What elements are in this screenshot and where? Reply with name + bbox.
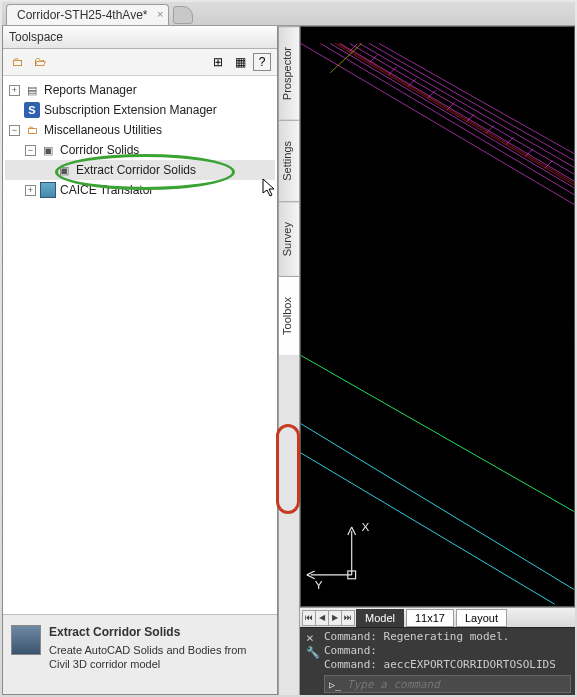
tab-prospector[interactable]: Prospector [279, 26, 299, 120]
cube-icon: ▣ [40, 142, 56, 158]
nav-prev-icon[interactable]: ◀ [315, 610, 329, 626]
layout-tabs-bar: ⏮ ◀ ▶ ⏭ Model 11x17 Layout [300, 607, 575, 627]
new-tab-button[interactable] [173, 6, 193, 24]
toolspace-toolbar: 🗀 🗁 ⊞ ▦ ? [3, 49, 277, 76]
svg-text:X: X [361, 520, 369, 533]
document-tab-bar: Corridor-STH25-4thAve* × [2, 2, 575, 26]
nav-next-icon[interactable]: ▶ [328, 610, 342, 626]
svg-line-5 [360, 44, 575, 168]
svg-text:Y: Y [315, 578, 323, 591]
tree-view-icon[interactable]: ⊞ [209, 53, 227, 71]
svg-line-1 [330, 44, 574, 188]
svg-line-11 [389, 67, 397, 75]
tab-settings[interactable]: Settings [279, 120, 299, 201]
toolspace-description: Extract Corridor Solids Create AutoCAD S… [3, 614, 277, 694]
nav-first-icon[interactable]: ⏮ [302, 610, 316, 626]
document-tab[interactable]: Corridor-STH25-4thAve* × [6, 4, 169, 25]
tree-node-caice[interactable]: + CAICE Translator [5, 180, 275, 200]
command-line-area: × 🔧 Command: Regenerating model. Command… [300, 627, 575, 695]
prompt-icon: ▷_ [329, 679, 341, 690]
svg-line-23 [301, 424, 574, 590]
tree-label: Subscription Extension Manager [44, 103, 217, 117]
expander-icon[interactable]: + [25, 185, 36, 196]
svg-line-7 [379, 44, 574, 154]
help-icon[interactable]: ? [253, 53, 271, 71]
tab-toolbox[interactable]: Toolbox [279, 276, 299, 355]
footer-title: Extract Corridor Solids [49, 625, 269, 641]
command-history-line: Command: aeccEXPORTCORRIDORTOSOLIDS [324, 658, 571, 672]
tree-label: Miscellaneous Utilities [44, 123, 162, 137]
svg-line-24 [301, 453, 555, 604]
tree-node-misc[interactable]: − 🗀 Miscellaneous Utilities [5, 120, 275, 140]
tab-survey[interactable]: Survey [279, 201, 299, 276]
toolspace-tree: + ▤ Reports Manager S Subscription Exten… [3, 76, 277, 614]
svg-line-3 [350, 44, 574, 175]
toolspace-panel: Toolspace 🗀 🗁 ⊞ ▦ ? + ▤ Reports Manager [2, 26, 278, 695]
svg-line-2 [340, 44, 574, 181]
svg-line-30 [307, 571, 315, 575]
folder-open-icon[interactable]: 🗁 [31, 53, 49, 71]
command-input[interactable] [347, 678, 566, 691]
toolbox-folder-icon: 🗀 [24, 122, 40, 138]
layout-tab-11x17[interactable]: 11x17 [406, 609, 454, 627]
model-viewport[interactable]: X Y [300, 26, 575, 607]
expander-icon[interactable]: − [9, 125, 20, 136]
tree-node-extract[interactable]: ▣ Extract Corridor Solids [5, 160, 275, 180]
extract-solids-icon [11, 625, 41, 655]
svg-line-0 [321, 44, 575, 195]
close-tab-icon[interactable]: × [157, 8, 163, 20]
layout-tab-layout[interactable]: Layout [456, 609, 507, 627]
tree-label: Reports Manager [44, 83, 137, 97]
caice-icon [40, 182, 56, 198]
svg-line-31 [307, 575, 315, 579]
extract-icon: ▣ [56, 162, 72, 178]
tree-node-reports[interactable]: + ▤ Reports Manager [5, 80, 275, 100]
svg-line-21 [338, 44, 574, 183]
expander-icon[interactable]: − [25, 145, 36, 156]
vertical-tabs: Prospector Settings Survey Toolbox [278, 26, 300, 695]
command-history-line: Command: [324, 644, 571, 658]
wrench-icon[interactable]: 🔧 [306, 646, 320, 659]
expander-icon[interactable]: + [9, 85, 20, 96]
nav-last-icon[interactable]: ⏭ [341, 610, 355, 626]
command-history-line: Command: Regenerating model. [324, 630, 571, 644]
tree-label: CAICE Translator [60, 183, 153, 197]
svg-line-29 [352, 527, 356, 535]
tree-node-subscription[interactable]: S Subscription Extension Manager [5, 100, 275, 120]
layout-tab-model[interactable]: Model [356, 609, 404, 627]
cad-drawing: X Y [301, 27, 574, 606]
footer-desc: Create AutoCAD Solids and Bodies from Ci… [49, 644, 247, 670]
document-tab-title: Corridor-STH25-4thAve* [17, 8, 148, 22]
folder-icon[interactable]: 🗀 [9, 53, 27, 71]
tree-node-corridor-solids[interactable]: − ▣ Corridor Solids [5, 140, 275, 160]
grid-view-icon[interactable]: ▦ [231, 53, 249, 71]
close-icon[interactable]: × [306, 630, 314, 645]
tree-label: Extract Corridor Solids [76, 163, 196, 177]
report-icon: ▤ [24, 82, 40, 98]
tree-label: Corridor Solids [60, 143, 139, 157]
command-input-row[interactable]: ▷_ [324, 675, 571, 693]
svg-line-17 [506, 137, 514, 145]
s-icon: S [24, 102, 40, 118]
toolspace-title: Toolspace [3, 26, 277, 49]
svg-line-4 [301, 44, 574, 205]
svg-line-20 [335, 44, 574, 185]
svg-line-22 [301, 356, 574, 512]
